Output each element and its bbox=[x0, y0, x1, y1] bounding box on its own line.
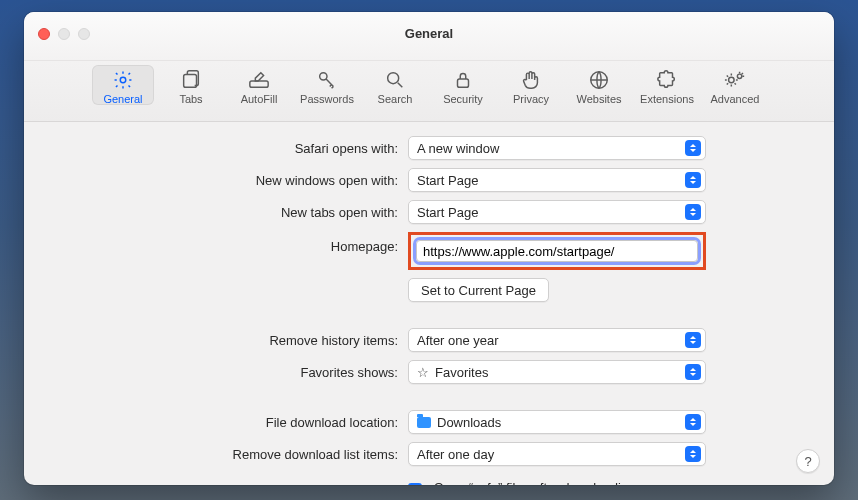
remove-history-popup[interactable]: After one year bbox=[408, 328, 706, 352]
new-tabs-popup[interactable]: Start Page bbox=[408, 200, 706, 224]
svg-rect-1 bbox=[184, 75, 197, 88]
tab-extensions[interactable]: Extensions bbox=[636, 65, 698, 105]
stepper-arrows-icon bbox=[685, 204, 701, 220]
preferences-window: General General bbox=[24, 12, 834, 485]
hand-icon bbox=[520, 69, 542, 91]
tab-advanced[interactable]: Advanced bbox=[704, 65, 766, 105]
tab-label: Websites bbox=[576, 93, 621, 105]
gears-icon bbox=[724, 69, 746, 91]
tab-label: AutoFill bbox=[241, 93, 278, 105]
favorites-popup[interactable]: ☆ Favorites bbox=[408, 360, 706, 384]
safari-opens-popup[interactable]: A new window bbox=[408, 136, 706, 160]
folder-icon bbox=[417, 417, 431, 428]
search-icon bbox=[384, 69, 406, 91]
lock-icon bbox=[452, 69, 474, 91]
tab-label: Extensions bbox=[640, 93, 694, 105]
gear-icon bbox=[112, 69, 134, 91]
label-download-location: File download location: bbox=[44, 415, 408, 430]
popup-value: Favorites bbox=[435, 365, 685, 380]
remove-downloads-popup[interactable]: After one day bbox=[408, 442, 706, 466]
toolbar-row: General Tabs AutoFill bbox=[92, 65, 766, 105]
label-safari-opens: Safari opens with: bbox=[44, 141, 408, 156]
tab-label: Passwords bbox=[300, 93, 354, 105]
tab-websites[interactable]: Websites bbox=[568, 65, 630, 105]
open-safe-files-label: Open “safe” files after downloading bbox=[434, 480, 636, 485]
stepper-arrows-icon bbox=[685, 414, 701, 430]
tab-label: Privacy bbox=[513, 93, 549, 105]
new-windows-popup[interactable]: Start Page bbox=[408, 168, 706, 192]
stepper-arrows-icon bbox=[685, 332, 701, 348]
tab-label: Tabs bbox=[179, 93, 202, 105]
set-current-page-button[interactable]: Set to Current Page bbox=[408, 278, 549, 302]
label-homepage: Homepage: bbox=[44, 232, 408, 254]
popup-value: Start Page bbox=[417, 205, 685, 220]
titlebar: General bbox=[24, 12, 834, 61]
label-new-tabs: New tabs open with: bbox=[44, 205, 408, 220]
key-icon bbox=[316, 69, 338, 91]
svg-point-7 bbox=[729, 77, 735, 83]
svg-point-0 bbox=[120, 77, 126, 83]
tab-tabs[interactable]: Tabs bbox=[160, 65, 222, 105]
label-new-windows: New windows open with: bbox=[44, 173, 408, 188]
tab-label: Security bbox=[443, 93, 483, 105]
help-button[interactable]: ? bbox=[796, 449, 820, 473]
globe-icon bbox=[588, 69, 610, 91]
tab-privacy[interactable]: Privacy bbox=[500, 65, 562, 105]
puzzle-icon bbox=[656, 69, 678, 91]
preferences-toolbar: General Tabs AutoFill bbox=[24, 61, 834, 122]
label-remove-history: Remove history items: bbox=[44, 333, 408, 348]
svg-rect-5 bbox=[458, 79, 469, 87]
tab-security[interactable]: Security bbox=[432, 65, 494, 105]
download-location-popup[interactable]: Downloads bbox=[408, 410, 706, 434]
tabs-icon bbox=[180, 69, 202, 91]
tab-autofill[interactable]: AutoFill bbox=[228, 65, 290, 105]
popup-value: Start Page bbox=[417, 173, 685, 188]
star-icon: ☆ bbox=[417, 365, 429, 380]
stepper-arrows-icon bbox=[685, 364, 701, 380]
svg-point-8 bbox=[737, 74, 741, 78]
tab-passwords[interactable]: Passwords bbox=[296, 65, 358, 105]
tab-label: General bbox=[103, 93, 142, 105]
popup-value: After one day bbox=[417, 447, 685, 462]
window-title: General bbox=[24, 26, 834, 41]
svg-point-3 bbox=[320, 73, 327, 80]
popup-value: Downloads bbox=[437, 415, 685, 430]
label-remove-downloads: Remove download list items: bbox=[44, 447, 408, 462]
stepper-arrows-icon bbox=[685, 446, 701, 462]
tab-label: Search bbox=[378, 93, 413, 105]
homepage-highlight bbox=[408, 232, 706, 270]
stepper-arrows-icon bbox=[685, 172, 701, 188]
homepage-input[interactable] bbox=[416, 240, 698, 262]
svg-point-4 bbox=[388, 73, 399, 84]
tab-search[interactable]: Search bbox=[364, 65, 426, 105]
tab-label: Advanced bbox=[711, 93, 760, 105]
svg-rect-2 bbox=[250, 81, 268, 87]
popup-value: A new window bbox=[417, 141, 685, 156]
general-pane: Safari opens with: A new window New wind… bbox=[24, 122, 834, 485]
stepper-arrows-icon bbox=[685, 140, 701, 156]
pencil-field-icon bbox=[248, 69, 270, 91]
label-favorites: Favorites shows: bbox=[44, 365, 408, 380]
tab-general[interactable]: General bbox=[92, 65, 154, 105]
open-safe-files-checkbox[interactable] bbox=[408, 483, 422, 485]
popup-value: After one year bbox=[417, 333, 685, 348]
